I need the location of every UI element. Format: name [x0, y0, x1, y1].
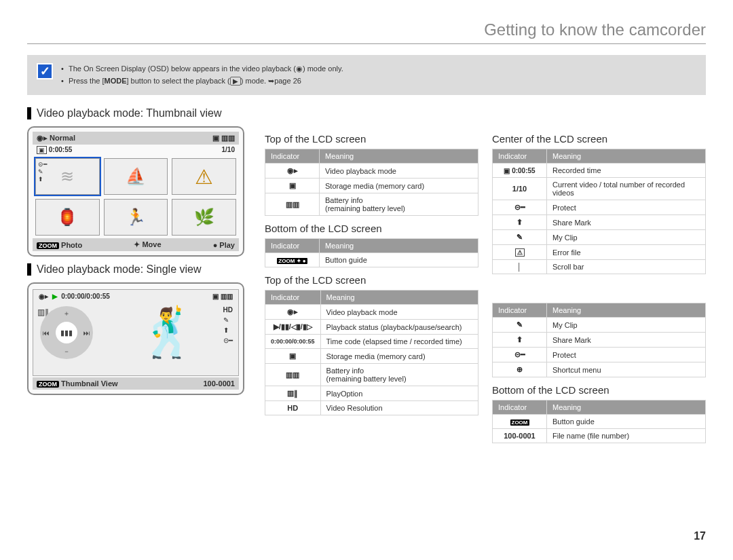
table-row: ▣Storage media (memory card)	[265, 349, 478, 364]
lcd-single-view: ◉▸ ▶ 0:00:00/0:00:55 ▣ ▥▥ HD ✎ ⬆ ⊝━ ▥‖ ＋…	[27, 282, 244, 395]
lcd-single-footer: ZOOM Thumbnail View 100-0001	[33, 377, 239, 390]
table-row: ⬆Share Mark	[493, 215, 706, 230]
table-row: 100-0001File name (file number)	[493, 429, 706, 443]
section-heading-thumbnail: Video playback mode: Thumbnail view	[27, 107, 706, 119]
sharemark-icon: ⬆	[223, 326, 233, 334]
playback-mode-icon: ◉▸	[265, 164, 320, 179]
battery-icon: ▥▥	[221, 134, 235, 142]
table-row: ✎My Clip	[493, 318, 706, 333]
protect-icon: ⊝━	[493, 200, 547, 215]
table-row: ▥‖PlayOption	[265, 386, 478, 401]
sharemark-icon: ⬆	[493, 333, 547, 348]
dancer-silhouette-icon: 🕺	[138, 305, 198, 360]
thumbnail-3-error: ⚠	[172, 158, 236, 195]
battery-icon: ▥▥	[221, 293, 233, 300]
info-note-box: ✓ The On Screen Display (OSD) below appe…	[27, 55, 706, 95]
playback-icon: ▶	[230, 77, 241, 86]
lcd-thumb-header: ◉▸ Normal ▣ ▥▥	[33, 132, 239, 145]
thumbnail-5: 🏃	[104, 199, 168, 236]
table-row: ZOOMButton guide	[493, 415, 706, 429]
thumbnail-grid: ⊝━✎⬆ ≋ ⛵ ⚠ 🏮 🏃 🌿	[33, 155, 239, 238]
battery-icon: ▥▥	[265, 193, 320, 216]
playoption-icon: ▥‖	[265, 386, 321, 401]
lcd-single-body: ◉▸ ▶ 0:00:00/0:00:55 ▣ ▥▥ HD ✎ ⬆ ⊝━ ▥‖ ＋…	[33, 289, 239, 376]
table-row: ▥▥Battery info (remaining battery level)	[265, 193, 478, 216]
thumbnail-1-selected: ⊝━✎⬆ ≋	[35, 158, 100, 195]
table-row: ▣Storage media (memory card)	[265, 179, 478, 193]
table-center-lcd: IndicatorMeaning ▣ 0:00:55Recorded time …	[492, 149, 706, 274]
zoom-chip: ZOOM	[37, 381, 59, 388]
scrollbar-icon: │	[493, 260, 547, 274]
heading-bottom-lcd-1: Bottom of the LCD screen	[265, 223, 478, 234]
myclip-icon: ✎	[223, 316, 233, 324]
playback-mode-icon: ◉	[296, 64, 303, 73]
table-row: ✎My Clip	[493, 230, 706, 245]
table-top-lcd-single-left: IndicatorMeaning ◉▸Video playback mode ▶…	[265, 290, 478, 415]
table-row: ZOOM ✦ ●Button guide	[265, 253, 478, 267]
error-icon: ⚠	[493, 245, 547, 260]
shortcut-menu-icon: ▮▮▮	[56, 322, 77, 343]
table-row: ▶/▮▮/◁▮/▮▷Playback status (playback/paus…	[265, 320, 478, 335]
table-top-lcd-thumb: IndicatorMeaning ◉▸Video playback mode ▣…	[265, 149, 478, 216]
hd-icon: HD	[265, 401, 321, 415]
table-row: ⚠Error file	[493, 245, 706, 260]
heading-top-lcd-1: Top of the LCD screen	[265, 133, 478, 145]
table-row: ◉▸Video playback mode	[265, 305, 478, 320]
table-top-lcd-single-right: IndicatorMeaning ✎My Clip ⬆Share Mark ⊝━…	[492, 303, 706, 377]
table-bottom-lcd-thumb: IndicatorMeaning ZOOM ✦ ●Button guide	[265, 238, 478, 267]
table-row: ⬆Share Mark	[493, 333, 706, 348]
table-bottom-lcd-single: IndicatorMeaning ZOOMButton guide 100-00…	[492, 400, 706, 443]
zoom-guide-icon: ZOOM ✦ ●	[277, 258, 307, 264]
heading-center-lcd: Center of the LCD screen	[492, 133, 706, 145]
shortcut-menu-icon: ⊕	[493, 362, 547, 377]
table-row: ⊝━Protect	[493, 348, 706, 362]
note-line-2: Press the [MODE] button to select the pl…	[61, 75, 343, 88]
playback-mode-icon: ◉▸	[39, 293, 48, 300]
table-row: 0:00:00/0:00:55Time code (elapsed time /…	[265, 335, 478, 349]
heading-bottom-lcd-2: Bottom of the LCD screen	[492, 384, 706, 396]
protect-icon: ⊝━	[223, 337, 233, 344]
table-row: ▣ 0:00:55Recorded time	[493, 164, 706, 178]
thumbnail-6: 🌿	[172, 199, 236, 236]
battery-icon: ▥▥	[265, 364, 321, 386]
zoom-chip: ZOOM	[37, 242, 59, 249]
table-row: ⊝━Protect	[493, 200, 706, 215]
playback-mode-small-icon: ◉▸	[37, 134, 50, 142]
table-row: ▥▥Battery info (remaining battery level)	[265, 364, 478, 386]
hd-badge: HD	[223, 306, 233, 314]
lcd-thumb-meta: ▣ 0:00:55 1/10	[33, 145, 239, 155]
zoom-chip-icon: ZOOM	[510, 419, 529, 426]
sharemark-icon: ⬆	[493, 215, 547, 230]
section-heading-single: Video playback mode: Single view	[27, 263, 251, 276]
heading-top-lcd-2: Top of the LCD screen	[265, 274, 478, 286]
myclip-icon: ✎	[493, 318, 547, 333]
card-icon: ▣	[212, 293, 219, 300]
lcd-thumbnail-view: ◉▸ Normal ▣ ▥▥ ▣ 0:00:55 1/10 ⊝━✎⬆ ≋ ⛵ ⚠…	[27, 126, 244, 257]
checkmark-icon: ✓	[37, 63, 53, 79]
control-dpad: ＋－ ⏮⏭ ▮▮▮	[40, 306, 93, 359]
card-icon: ▣	[212, 134, 219, 142]
myclip-icon: ✎	[493, 230, 547, 245]
note-line-1: The On Screen Display (OSD) below appear…	[61, 63, 343, 75]
table-row: ◉▸Video playback mode	[265, 164, 478, 179]
thumbnail-2: ⛵	[104, 158, 168, 195]
card-icon: ▣	[265, 179, 320, 193]
card-icon-small: ▣	[37, 146, 47, 154]
single-right-overlay: HD ✎ ⬆ ⊝━	[223, 306, 233, 344]
table-row: │Scroll bar	[493, 260, 706, 274]
chapter-title: Getting to know the camcorder	[27, 20, 706, 44]
lcd-thumb-footer: ZOOM Photo ✦ Move ● Play	[33, 238, 239, 251]
playback-mode-icon: ◉▸	[265, 305, 321, 320]
protect-icon: ⊝━	[493, 348, 547, 362]
play-icon: ▶	[52, 293, 58, 300]
single-top-overlay: ◉▸ ▶ 0:00:00/0:00:55 ▣ ▥▥	[39, 293, 233, 300]
thumbnail-4: 🏮	[35, 199, 100, 236]
table-row: ⊕Shortcut menu	[493, 362, 706, 377]
playback-status-icon: ▶/▮▮/◁▮/▮▷	[265, 320, 321, 335]
card-icon: ▣	[265, 349, 321, 364]
table-row: HDVideo Resolution	[265, 401, 478, 415]
table-row: 1/10Current video / total number of reco…	[493, 178, 706, 200]
note-list: The On Screen Display (OSD) below appear…	[61, 63, 343, 87]
